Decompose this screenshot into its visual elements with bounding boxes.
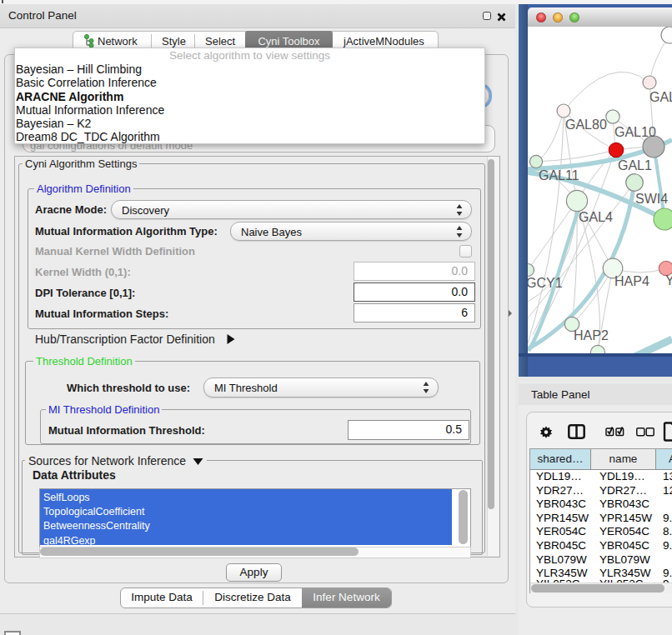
svg-text:GCY1: GCY1 [528, 276, 563, 290]
svg-text:HAP4: HAP4 [614, 274, 649, 288]
svg-text:HAP2: HAP2 [574, 328, 609, 342]
svg-text:SWI4: SWI4 [635, 192, 668, 206]
svg-text:GAL7: GAL7 [649, 90, 672, 104]
svg-text:GAL80: GAL80 [565, 118, 607, 132]
svg-text:GAL11: GAL11 [539, 168, 579, 182]
svg-text:GAL1: GAL1 [618, 158, 652, 172]
svg-text:GAL10: GAL10 [614, 125, 656, 139]
svg-text:GAL4: GAL4 [579, 210, 613, 224]
svg-text:YM: YM [665, 273, 672, 288]
